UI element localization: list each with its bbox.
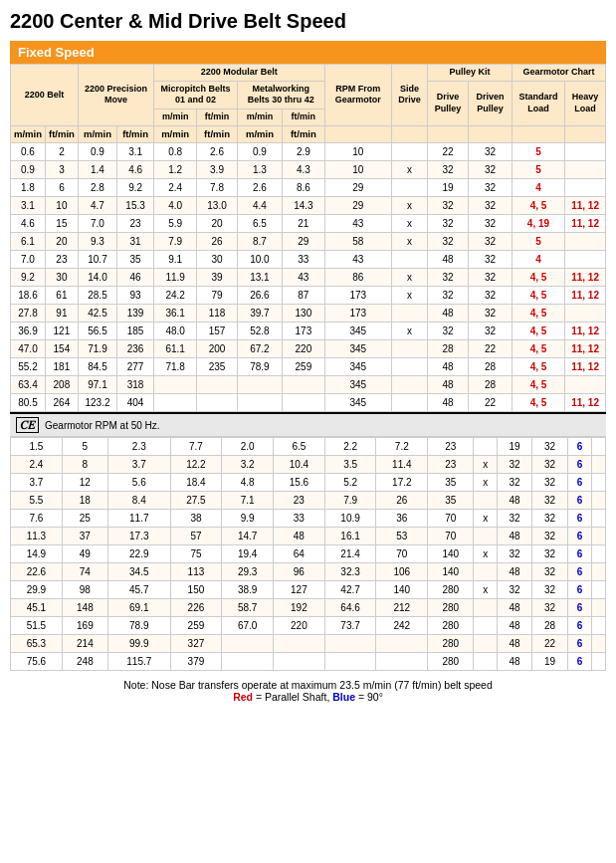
sub-p-ftmin: ft/min bbox=[117, 125, 154, 142]
col-gearmotor-chart: Gearmotor Chart bbox=[512, 65, 605, 82]
table-row: 2.483.712.23.210.43.511.423x32326 bbox=[11, 456, 606, 474]
page-title: 2200 Center & Mid Drive Belt Speed bbox=[10, 10, 606, 33]
table-row: 4.6157.0235.9206.52143x32324, 1911, 12 bbox=[11, 215, 606, 233]
note-red: Red bbox=[233, 691, 253, 703]
table-row: 75.6248115.737928048196 bbox=[11, 653, 606, 671]
sub-m2-mmin: m/min bbox=[237, 125, 282, 142]
table-row: 7.62511.7389.93310.93670x32326 bbox=[11, 510, 606, 528]
col-side-drive: Side Drive bbox=[392, 65, 428, 126]
table-row: 1.552.37.72.06.52.27.22319326 bbox=[11, 438, 606, 456]
col-modular-belt: 2200 Modular Belt bbox=[154, 65, 325, 82]
table-row: 3.7125.618.44.815.65.217.235x32326 bbox=[11, 474, 606, 492]
col-driven-pulley: Driven Pulley bbox=[469, 81, 513, 125]
col-micro-mmin2: m/min bbox=[237, 109, 282, 126]
sub-sl bbox=[512, 125, 564, 142]
col-micro-mmin: m/min bbox=[154, 109, 197, 126]
sub-sd bbox=[392, 125, 428, 142]
sub-hl bbox=[565, 125, 606, 142]
table-row: 18.66128.59324.27926.687173x32324, 511, … bbox=[11, 287, 606, 305]
sub-p-mmin: m/min bbox=[78, 125, 116, 142]
sub-dv bbox=[469, 125, 513, 142]
table-row: 45.114869.122658.719264.621228048326 bbox=[11, 599, 606, 617]
col-heavy-load: Heavy Load bbox=[565, 81, 606, 125]
table-row: 1.862.89.22.47.82.68.62919324 bbox=[11, 179, 606, 197]
col-standard-load: Standard Load bbox=[512, 81, 564, 125]
table-row: 22.67434.511329.39632.310614048326 bbox=[11, 563, 606, 581]
table-row: 5.5188.427.57.1237.9263548326 bbox=[11, 492, 606, 510]
table-row: 55.218184.527771.823578.925934548284, 51… bbox=[11, 358, 606, 376]
col-drive-pulley: Drive Pulley bbox=[428, 81, 469, 125]
table-row: 29.99845.715038.912742.7140280x32326 bbox=[11, 581, 606, 599]
table-row: 7.02310.7359.13010.0334348324 bbox=[11, 251, 606, 269]
table-row: 9.23014.04611.93913.14386x32324, 511, 12 bbox=[11, 269, 606, 287]
table-row: 51.516978.925967.022073.724228048286 bbox=[11, 617, 606, 635]
sub-b-ftmin: ft/min bbox=[45, 125, 78, 142]
col-2200-belt: 2200 Belt bbox=[11, 65, 79, 126]
sub-m1-mmin: m/min bbox=[154, 125, 197, 142]
note-blue: Blue bbox=[332, 691, 355, 703]
table-row: 47.015471.923661.120067.222034528224, 51… bbox=[11, 340, 606, 358]
note-line1: Note: Nose Bar transfers operate at maxi… bbox=[10, 679, 606, 691]
table-row: 3.1104.715.34.013.04.414.329x32324, 511,… bbox=[11, 197, 606, 215]
col-micro-ftmin: ft/min bbox=[197, 109, 238, 126]
col-micro-ftmin2: ft/min bbox=[283, 109, 325, 126]
sub-m1-ftmin: ft/min bbox=[197, 125, 238, 142]
table-row: 6.1209.3317.9268.72958x32325 bbox=[11, 233, 606, 251]
col-rpm: RPM From Gearmotor bbox=[324, 65, 391, 126]
table-row: 27.89142.513936.111839.713017348324, 5 bbox=[11, 305, 606, 323]
ce-row: 𝐶𝐸 Gearmotor RPM at 50 Hz. bbox=[10, 412, 606, 437]
note-section: Note: Nose Bar transfers operate at maxi… bbox=[10, 679, 606, 703]
ce-note-text: Gearmotor RPM at 50 Hz. bbox=[45, 420, 160, 431]
table-row: 65.321499.932728048226 bbox=[11, 635, 606, 653]
sub-b-mmin: m/min bbox=[11, 125, 46, 142]
table-row: 80.5264123.240434548224, 511, 12 bbox=[11, 394, 606, 412]
table-row: 0.931.44.61.23.91.34.310x32325 bbox=[11, 161, 606, 179]
ce-mark: 𝐶𝐸 bbox=[16, 417, 39, 433]
sub-rpm bbox=[324, 125, 391, 142]
fixed-speed-table: 2200 Belt 2200 Precision Move 2200 Modul… bbox=[10, 64, 606, 412]
fixed-speed-header: Fixed Speed bbox=[10, 41, 606, 64]
sub-dp bbox=[428, 125, 469, 142]
hz50-table: 1.552.37.72.06.52.27.223193262.483.712.2… bbox=[10, 437, 606, 671]
table-row: 0.620.93.10.82.60.92.91022325 bbox=[11, 143, 606, 161]
table-row: 14.94922.97519.46421.470140x32326 bbox=[11, 545, 606, 563]
note-line2: Red = Parallel Shaft, Blue = 90° bbox=[10, 691, 606, 703]
table-row: 63.420897.131834548284, 5 bbox=[11, 376, 606, 394]
col-precision-move: 2200 Precision Move bbox=[78, 65, 153, 126]
col-metalworking: Metalworking Belts 30 thru 42 bbox=[237, 81, 324, 108]
table-row: 36.912156.518548.015752.8173345x32324, 5… bbox=[11, 323, 606, 340]
sub-m2-ftmin: ft/min bbox=[283, 125, 325, 142]
col-pulley-kit: Pulley Kit bbox=[428, 65, 513, 82]
col-micropitch: Micropitch Belts 01 and 02 bbox=[154, 81, 238, 108]
table-row: 11.33717.35714.74816.1537048326 bbox=[11, 528, 606, 545]
